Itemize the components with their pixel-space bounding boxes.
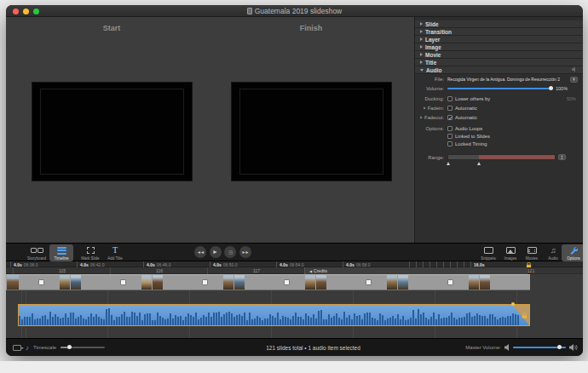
sidebar-section-slide[interactable]: Slide: [415, 20, 583, 28]
toolbar-button-label: Snippets: [481, 256, 496, 261]
play-button[interactable]: ►: [210, 246, 222, 258]
sidebar-section-movie[interactable]: Movie: [415, 51, 583, 59]
sidebar-section-image[interactable]: Image: [415, 43, 583, 51]
option-checkbox-linked-to-slides[interactable]: [447, 134, 453, 139]
transition-handle[interactable]: [366, 279, 372, 285]
toolbar-button-add-title[interactable]: TAdd Title: [103, 244, 127, 261]
timeline-tracks[interactable]: [6, 274, 583, 338]
fadein-disclosure-icon[interactable]: [424, 106, 425, 109]
snippets-icon: [484, 246, 493, 255]
fadeout-disclosure-icon[interactable]: [420, 116, 422, 118]
fadeout-checkbox[interactable]: [447, 115, 453, 120]
range-bar[interactable]: [447, 154, 556, 160]
file-picker-button[interactable]: ▴▾: [570, 77, 578, 83]
master-volume-thumb[interactable]: [557, 345, 562, 349]
fadeout-option-label: Automatic: [455, 115, 477, 120]
slide-number: 116: [134, 267, 185, 274]
option-checkbox-audio-loops[interactable]: [447, 126, 453, 131]
toolbar-button-label: Timeline: [55, 256, 69, 261]
slide-thumbnail[interactable]: [387, 275, 397, 290]
audio-filter-icon[interactable]: ♪: [26, 344, 29, 352]
slide-thumbnail[interactable]: [7, 275, 19, 290]
option-checkbox-locked-timing[interactable]: [447, 141, 453, 146]
slide-thumbnail[interactable]: [141, 275, 152, 290]
toolbar-button-timeline[interactable]: Timeline: [49, 244, 73, 261]
slide-thumbnail[interactable]: [469, 275, 479, 290]
ducking-label: Ducking:: [415, 96, 444, 101]
layer-select-icon[interactable]: [13, 345, 21, 351]
slide-number: 117: [231, 267, 282, 274]
transition-handle[interactable]: [202, 279, 208, 285]
fadein-option-label: Automatic: [455, 106, 477, 111]
ruler-cell: 4.0s06:50.0: [210, 261, 276, 267]
volume-slider[interactable]: [447, 88, 553, 89]
slide-thumbnail-track[interactable]: [6, 274, 530, 290]
status-summary: 121 slides total • 1 audio item selected: [266, 339, 360, 356]
transition-handle[interactable]: [284, 279, 290, 285]
slide-thumbnail[interactable]: [223, 275, 233, 290]
master-volume-slider[interactable]: [513, 347, 566, 348]
toolbar-button-options[interactable]: Options: [562, 244, 583, 261]
fadein-checkbox[interactable]: [447, 106, 453, 111]
transition-handle[interactable]: [120, 279, 126, 285]
timescale-slider-thumb[interactable]: [67, 345, 72, 349]
skip-back-button[interactable]: ◄◄: [194, 246, 206, 258]
sidebar-section-title[interactable]: Title: [415, 59, 583, 66]
section-label: Layer: [425, 37, 440, 43]
slide-thumbnail[interactable]: [153, 275, 163, 290]
chapter-label: Credits: [314, 268, 327, 273]
volume-label: Volume:: [415, 86, 444, 91]
toolbar-button-snippets[interactable]: Snippets: [476, 244, 500, 261]
timeline-ruler[interactable]: 4.0s06:38.04.0s06:42.04.0s06:46.04.0s06:…: [6, 261, 583, 267]
range-start-handle[interactable]: [447, 162, 450, 165]
option-label: Locked Timing: [455, 141, 487, 146]
audio-lock-icon: [522, 313, 527, 319]
slide-thumbnail[interactable]: [480, 275, 490, 290]
section-label: Movie: [425, 52, 441, 58]
toolbar-button-label: Mark Slide: [81, 256, 99, 261]
last-slide-number: 121: [514, 267, 548, 274]
finish-canvas[interactable]: [232, 83, 391, 181]
volume-slider-thumb[interactable]: [549, 86, 553, 90]
start-label: Start: [78, 24, 146, 32]
fade-handle[interactable]: [511, 302, 515, 306]
ducking-checkbox[interactable]: [447, 96, 453, 101]
fadein-label: Fadein:: [428, 106, 444, 111]
audio-track-item[interactable]: [18, 304, 530, 326]
slide-number-row: 115116117 ◀ Credits 121: [6, 267, 583, 274]
sidebar-sections: SlideTransitionLayerImageMovieTitle: [415, 20, 583, 66]
transition-handle[interactable]: [38, 279, 44, 285]
window-title: Guatemala 2019 slideshow: [255, 7, 343, 15]
ruler-cell: 4.0s06:54.0: [276, 261, 343, 267]
volume-max-icon[interactable]: [569, 344, 578, 351]
range-stepper-button[interactable]: ▴▾: [558, 154, 566, 160]
slide-thumbnail[interactable]: [398, 275, 408, 290]
slide-thumbnail[interactable]: [316, 275, 326, 290]
skip-forward-button[interactable]: ►►: [239, 246, 251, 258]
sidebar-section-audio[interactable]: Audio: [415, 66, 583, 74]
audio-section-label: Audio: [426, 67, 441, 73]
options-label: Options:: [415, 126, 444, 131]
slide-thumbnail[interactable]: [60, 275, 70, 290]
toolbar-button-movies[interactable]: Movies: [520, 244, 544, 261]
sidebar-section-transition[interactable]: Transition: [415, 28, 583, 36]
range-in-handle[interactable]: [477, 162, 481, 165]
start-canvas[interactable]: [32, 83, 192, 181]
present-button[interactable]: ◳: [224, 246, 236, 258]
slide-thumbnail[interactable]: [305, 275, 315, 290]
audio-panel: File: Recogida Virgen de la Antigua. Dom…: [415, 74, 583, 243]
toolbar-button-mark-slide[interactable]: Mark Slide: [78, 244, 102, 261]
slide-thumbnail[interactable]: [234, 275, 245, 290]
timeline-icon: [57, 246, 66, 255]
sidebar-section-layer[interactable]: Layer: [415, 36, 583, 43]
section-label: Image: [425, 44, 441, 50]
toolbar-button-storyboard[interactable]: Storyboard: [25, 244, 49, 261]
toolbar-button-images[interactable]: Images: [499, 244, 522, 261]
slide-thumbnail[interactable]: [71, 275, 81, 290]
volume-min-icon[interactable]: [504, 344, 510, 351]
chapter-flag-icon: ◀: [309, 269, 312, 273]
volume-value: 100%: [556, 86, 568, 91]
timescale-slider[interactable]: [61, 347, 105, 348]
chapter-marker[interactable]: ◀ Credits: [304, 267, 527, 274]
transition-handle[interactable]: [447, 279, 453, 285]
